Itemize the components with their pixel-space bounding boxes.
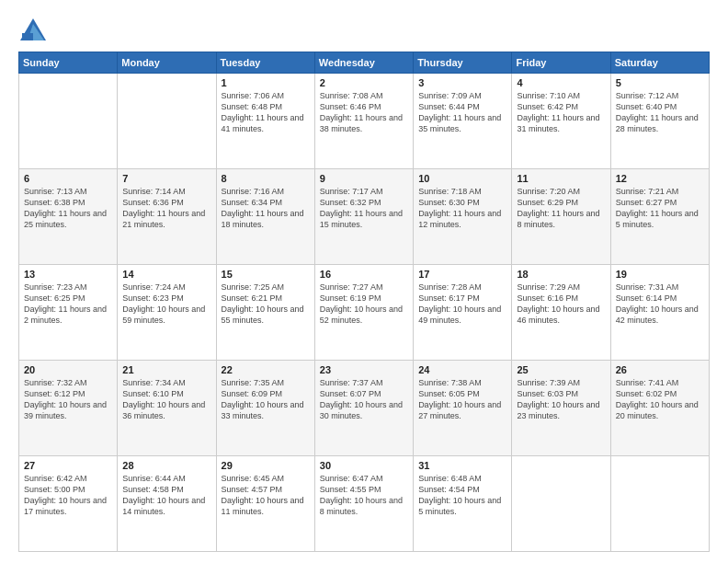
day-number: 7 xyxy=(122,173,210,184)
calendar-cell: 24Sunrise: 7:38 AM Sunset: 6:05 PM Dayli… xyxy=(414,361,512,456)
calendar-cell: 1Sunrise: 7:06 AM Sunset: 6:48 PM Daylig… xyxy=(216,74,314,169)
day-info: Sunrise: 7:38 AM Sunset: 6:05 PM Dayligh… xyxy=(418,377,506,422)
calendar-cell: 9Sunrise: 7:17 AM Sunset: 6:32 PM Daylig… xyxy=(314,169,413,265)
day-info: Sunrise: 7:16 AM Sunset: 6:34 PM Dayligh… xyxy=(222,186,310,231)
day-number: 22 xyxy=(222,364,310,375)
day-number: 16 xyxy=(320,269,408,280)
calendar-cell xyxy=(19,74,118,169)
calendar-cell: 11Sunrise: 7:20 AM Sunset: 6:29 PM Dayli… xyxy=(512,169,610,265)
logo xyxy=(18,17,53,42)
calendar-cell: 4Sunrise: 7:10 AM Sunset: 6:42 PM Daylig… xyxy=(512,74,610,169)
calendar-cell: 10Sunrise: 7:18 AM Sunset: 6:30 PM Dayli… xyxy=(414,169,512,265)
calendar-cell: 18Sunrise: 7:29 AM Sunset: 6:16 PM Dayli… xyxy=(512,265,610,361)
day-info: Sunrise: 7:20 AM Sunset: 6:29 PM Dayligh… xyxy=(517,186,605,231)
day-number: 29 xyxy=(222,460,310,471)
day-info: Sunrise: 7:09 AM Sunset: 6:44 PM Dayligh… xyxy=(418,90,506,135)
day-number: 10 xyxy=(418,173,506,184)
day-number: 20 xyxy=(24,364,112,375)
day-info: Sunrise: 7:24 AM Sunset: 6:23 PM Dayligh… xyxy=(122,282,210,327)
calendar-cell: 6Sunrise: 7:13 AM Sunset: 6:38 PM Daylig… xyxy=(19,169,118,265)
day-info: Sunrise: 7:23 AM Sunset: 6:25 PM Dayligh… xyxy=(24,282,112,327)
day-number: 24 xyxy=(418,364,506,375)
day-info: Sunrise: 6:44 AM Sunset: 4:58 PM Dayligh… xyxy=(122,473,210,518)
calendar-cell: 22Sunrise: 7:35 AM Sunset: 6:09 PM Dayli… xyxy=(216,361,314,456)
day-info: Sunrise: 7:41 AM Sunset: 6:02 PM Dayligh… xyxy=(616,377,704,422)
calendar-cell: 30Sunrise: 6:47 AM Sunset: 4:55 PM Dayli… xyxy=(314,456,413,552)
day-number: 15 xyxy=(222,269,310,280)
logo-icon xyxy=(18,17,48,42)
calendar-cell xyxy=(512,456,610,552)
calendar-header-monday: Monday xyxy=(118,52,216,74)
calendar-header-wednesday: Wednesday xyxy=(314,52,413,74)
calendar-cell: 14Sunrise: 7:24 AM Sunset: 6:23 PM Dayli… xyxy=(118,265,216,361)
day-number: 21 xyxy=(122,364,210,375)
day-number: 25 xyxy=(517,364,605,375)
calendar-cell: 21Sunrise: 7:34 AM Sunset: 6:10 PM Dayli… xyxy=(118,361,216,456)
day-info: Sunrise: 7:12 AM Sunset: 6:40 PM Dayligh… xyxy=(616,90,704,135)
day-info: Sunrise: 7:37 AM Sunset: 6:07 PM Dayligh… xyxy=(320,377,408,422)
day-info: Sunrise: 7:29 AM Sunset: 6:16 PM Dayligh… xyxy=(517,282,605,327)
day-info: Sunrise: 6:42 AM Sunset: 5:00 PM Dayligh… xyxy=(24,473,112,518)
day-info: Sunrise: 7:34 AM Sunset: 6:10 PM Dayligh… xyxy=(122,377,210,422)
day-number: 12 xyxy=(616,173,704,184)
day-number: 17 xyxy=(418,269,506,280)
day-info: Sunrise: 7:08 AM Sunset: 6:46 PM Dayligh… xyxy=(320,90,408,135)
calendar-cell: 16Sunrise: 7:27 AM Sunset: 6:19 PM Dayli… xyxy=(314,265,413,361)
day-info: Sunrise: 7:13 AM Sunset: 6:38 PM Dayligh… xyxy=(24,186,112,231)
day-info: Sunrise: 7:32 AM Sunset: 6:12 PM Dayligh… xyxy=(24,377,112,422)
calendar-cell: 7Sunrise: 7:14 AM Sunset: 6:36 PM Daylig… xyxy=(118,169,216,265)
day-number: 13 xyxy=(24,269,112,280)
calendar-header-row: SundayMondayTuesdayWednesdayThursdayFrid… xyxy=(19,52,710,74)
calendar-header-thursday: Thursday xyxy=(414,52,512,74)
day-number: 1 xyxy=(222,77,310,88)
day-number: 14 xyxy=(122,269,210,280)
calendar-cell: 2Sunrise: 7:08 AM Sunset: 6:46 PM Daylig… xyxy=(314,74,413,169)
calendar-cell: 5Sunrise: 7:12 AM Sunset: 6:40 PM Daylig… xyxy=(610,74,709,169)
day-number: 19 xyxy=(616,269,704,280)
day-info: Sunrise: 7:27 AM Sunset: 6:19 PM Dayligh… xyxy=(320,282,408,327)
day-info: Sunrise: 6:45 AM Sunset: 4:57 PM Dayligh… xyxy=(222,473,310,518)
calendar-cell: 25Sunrise: 7:39 AM Sunset: 6:03 PM Dayli… xyxy=(512,361,610,456)
calendar-cell: 12Sunrise: 7:21 AM Sunset: 6:27 PM Dayli… xyxy=(610,169,709,265)
day-info: Sunrise: 6:47 AM Sunset: 4:55 PM Dayligh… xyxy=(320,473,408,518)
day-number: 31 xyxy=(418,460,506,471)
calendar-week-3: 13Sunrise: 7:23 AM Sunset: 6:25 PM Dayli… xyxy=(19,265,710,361)
calendar-week-4: 20Sunrise: 7:32 AM Sunset: 6:12 PM Dayli… xyxy=(19,361,710,456)
calendar-cell: 3Sunrise: 7:09 AM Sunset: 6:44 PM Daylig… xyxy=(414,74,512,169)
calendar-header-sunday: Sunday xyxy=(19,52,118,74)
calendar-cell: 29Sunrise: 6:45 AM Sunset: 4:57 PM Dayli… xyxy=(216,456,314,552)
day-number: 5 xyxy=(616,77,704,88)
calendar-cell: 15Sunrise: 7:25 AM Sunset: 6:21 PM Dayli… xyxy=(216,265,314,361)
calendar-cell: 26Sunrise: 7:41 AM Sunset: 6:02 PM Dayli… xyxy=(610,361,709,456)
header xyxy=(18,17,710,42)
calendar-week-2: 6Sunrise: 7:13 AM Sunset: 6:38 PM Daylig… xyxy=(19,169,710,265)
day-number: 3 xyxy=(418,77,506,88)
calendar-header-friday: Friday xyxy=(512,52,610,74)
svg-rect-2 xyxy=(22,33,33,40)
day-number: 11 xyxy=(517,173,605,184)
day-info: Sunrise: 7:21 AM Sunset: 6:27 PM Dayligh… xyxy=(616,186,704,231)
day-info: Sunrise: 6:48 AM Sunset: 4:54 PM Dayligh… xyxy=(418,473,506,518)
day-number: 6 xyxy=(24,173,112,184)
calendar-cell: 28Sunrise: 6:44 AM Sunset: 4:58 PM Dayli… xyxy=(118,456,216,552)
calendar-week-5: 27Sunrise: 6:42 AM Sunset: 5:00 PM Dayli… xyxy=(19,456,710,552)
calendar-cell: 23Sunrise: 7:37 AM Sunset: 6:07 PM Dayli… xyxy=(314,361,413,456)
calendar-header-tuesday: Tuesday xyxy=(216,52,314,74)
calendar-cell: 8Sunrise: 7:16 AM Sunset: 6:34 PM Daylig… xyxy=(216,169,314,265)
calendar-cell: 13Sunrise: 7:23 AM Sunset: 6:25 PM Dayli… xyxy=(19,265,118,361)
day-info: Sunrise: 7:28 AM Sunset: 6:17 PM Dayligh… xyxy=(418,282,506,327)
page: SundayMondayTuesdayWednesdayThursdayFrid… xyxy=(0,0,728,563)
day-number: 28 xyxy=(122,460,210,471)
day-info: Sunrise: 7:35 AM Sunset: 6:09 PM Dayligh… xyxy=(222,377,310,422)
day-number: 27 xyxy=(24,460,112,471)
day-number: 30 xyxy=(320,460,408,471)
day-number: 26 xyxy=(616,364,704,375)
day-number: 2 xyxy=(320,77,408,88)
day-number: 8 xyxy=(222,173,310,184)
day-info: Sunrise: 7:06 AM Sunset: 6:48 PM Dayligh… xyxy=(222,90,310,135)
day-info: Sunrise: 7:25 AM Sunset: 6:21 PM Dayligh… xyxy=(222,282,310,327)
day-info: Sunrise: 7:31 AM Sunset: 6:14 PM Dayligh… xyxy=(616,282,704,327)
day-info: Sunrise: 7:14 AM Sunset: 6:36 PM Dayligh… xyxy=(122,186,210,231)
calendar-header-saturday: Saturday xyxy=(610,52,709,74)
calendar-cell xyxy=(610,456,709,552)
